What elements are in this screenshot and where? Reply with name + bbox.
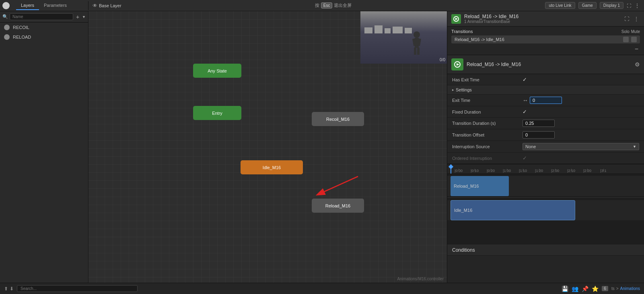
interruption-source-dropdown[interactable]: None ▼ [523,143,639,150]
node-reload[interactable]: Reload_M16 [312,199,364,213]
pin-icon[interactable]: 📌 [582,286,588,292]
layer-label-reload: RELOAD [13,35,84,39]
breadcrumb-ts: ts [611,286,615,291]
bottom-search-input[interactable] [17,285,138,292]
svg-rect-20 [385,28,391,33]
has-exit-time-check[interactable]: ✓ [523,77,527,83]
tab-parameters[interactable]: Parameters [39,1,72,10]
remove-transition-btn[interactable]: − [633,46,640,52]
settings-triangle-icon: ▸ [452,88,454,92]
node-entry[interactable]: Entry [193,106,241,120]
maximize-icon[interactable]: ⛶ [623,15,630,23]
preview-bg-lines [364,23,417,35]
base-layer-label: Base Layer [99,3,121,8]
canvas-area[interactable]: Any State Entry Idle_M16 Recoil_M16 Relo… [88,11,447,283]
rp-header-icons: ⛶ ⋮ [623,15,640,23]
rp-subtitle: 1 AnimatorTransitionBase [464,19,620,24]
rp-detail-header: Reload_M16 -> Idle_M16 ⚙ [447,55,644,74]
node-recoil[interactable]: Recoil_M16 [312,112,364,126]
gear-icon[interactable]: ⚙ [635,61,640,68]
game-btn[interactable]: Game [578,2,597,9]
node-any-state[interactable]: Any State [193,64,241,78]
expand2-icon[interactable]: ⬇ [10,286,14,292]
chevron-down-icon[interactable]: ▼ [82,15,86,19]
top-bar: Layers Parameters 👁 Base Layer 按 Esc 退出全… [0,0,644,11]
exit-time-label: Exit Time [452,98,523,103]
left-panel-header: 🔍 + ▼ [0,11,88,23]
ruler-mark-6: |2:00 [547,169,563,173]
transition-icon-svg [453,16,459,22]
fixed-duration-check[interactable]: ✓ [523,109,527,115]
right-panel: Reload_M16 -> Idle_M16 1 AnimatorTransit… [447,11,644,283]
ruler-marks: |0:00 |0:10 |0:20 |1:00 |1:10 |1:20 |2:0… [451,164,611,174]
unity-icon [2,2,10,9]
display-btn[interactable]: Display 1 [600,2,623,9]
top-bar-center: 按 Esc 退出全屏 [126,2,541,8]
collapse-icon[interactable]: ⬆ [4,286,8,292]
exit-fullscreen-text: 退出全屏 [334,2,352,8]
layer-item-reload[interactable]: RELOAD [0,32,88,42]
ordered-interruption-check[interactable]: ✓ [523,155,527,161]
cursor-icon: ↔ [523,97,528,104]
rp-title: Reload_M16 -> Idle_M16 [464,14,620,19]
layer-item-recoil[interactable]: RECOIL [0,23,88,32]
layer-dot-recoil [4,25,10,30]
conditions-row: Conditions [447,244,644,256]
preview-bg [360,11,447,64]
prop-transition-duration: Transition Duration (s) [447,118,644,129]
ordered-interruption-label: Ordered Interruption [452,156,523,161]
star-icon[interactable]: ⭐ [592,286,599,292]
prop-transition-offset: Transition Offset [447,129,644,141]
svg-rect-21 [393,27,403,33]
preview-counter: 0/0 [440,58,445,62]
preview-panel: 0/0 [360,11,447,64]
detail-icon-svg [454,61,461,68]
transition-duration-input[interactable] [523,120,555,127]
transitions-section-actions: Solo Mute [621,29,640,34]
more-icon[interactable]: ⋮ [633,15,640,23]
transition-solo-icon[interactable] [623,37,629,42]
dots-icon[interactable]: ⋮ [634,2,640,9]
ruler-mark-4: |1:10 [515,169,531,173]
interruption-source-label: Interruption Source [452,144,523,149]
add-layer-btn[interactable]: + [75,14,80,20]
transition-row[interactable]: Reload_M16 -> Idle_M16 [451,35,640,43]
ruler-mark-0: |0:00 [451,169,467,173]
svg-rect-22 [405,28,412,33]
transitions-section-label: Transitions [451,29,473,34]
dropdown-arrow-icon: ▼ [633,145,636,149]
tab-layers[interactable]: Layers [16,1,39,10]
svg-rect-16 [414,48,416,55]
save-icon[interactable]: 💾 [562,286,568,292]
rp-header: Reload_M16 -> Idle_M16 1 AnimatorTransit… [447,11,644,27]
ruler-mark-5: |1:20 [531,169,547,173]
layer-search-input[interactable] [10,13,73,20]
prop-exit-time: Exit Time ↔ [447,95,644,106]
breadcrumb-folder[interactable]: Animations [620,286,640,291]
conditions-label: Conditions [452,247,523,253]
svg-marker-24 [455,18,458,20]
node-idle[interactable]: Idle_M16 [241,160,303,174]
esc-key-badge[interactable]: Esc [321,2,333,8]
prop-interruption-source: Interruption Source None ▼ [447,141,644,153]
ruler-mark-7: |2:10 [563,169,579,173]
top-bar-right: uto Live Link Game Display 1 ⛶ ⋮ [541,2,644,9]
settings-row[interactable]: ▸ Settings [447,85,644,95]
solo-label: Solo [621,29,630,34]
bottom-breadcrumb: ts > Animations [611,286,640,291]
svg-rect-17 [417,48,420,55]
transition-offset-input[interactable] [523,131,555,139]
ruler-mark-2: |0:20 [483,169,499,173]
bottom-icons: 💾 👥 📌 ⭐ 6 [562,286,608,292]
live-link-btn[interactable]: uto Live Link [545,2,575,9]
people-icon[interactable]: 👥 [572,286,578,292]
ruler-mark-9: |3:1 [595,169,611,173]
rp-detail-icon [451,58,463,70]
expand-icon[interactable]: ⛶ [627,3,631,8]
esc-text: 按 [315,2,319,8]
canvas-footer: Animations/M16.controller [394,275,447,283]
transition-mute-icon[interactable] [631,37,637,42]
exit-time-input[interactable] [530,97,562,104]
prop-fixed-duration: Fixed Duration ✓ [447,106,644,118]
timeline-tracks: Reload_M16 Idle_M16 [447,174,644,244]
